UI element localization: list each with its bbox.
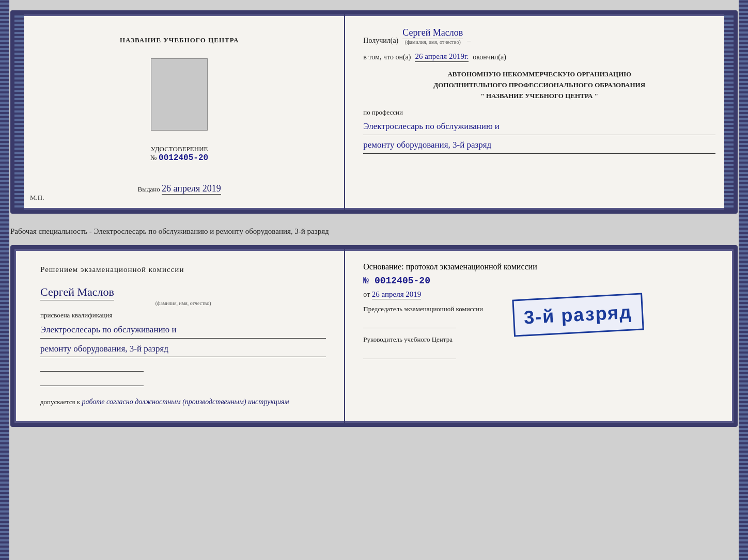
signature-line1 (40, 361, 144, 372)
profession-block: по профессии Электрослесарь по обслужива… (363, 108, 715, 153)
profession-text1: Электрослесарь по обслуживанию и (363, 119, 715, 135)
received-line: Получил(а) Сергей Маслов (фамилия, имя, … (363, 27, 715, 45)
issued-date: 26 апреля 2019 (162, 183, 221, 195)
org-quote1: " (480, 92, 484, 100)
signature-line2 (40, 376, 144, 386)
cert2-left-panel: Решением экзаменационной комиссии Сергей… (14, 249, 345, 423)
qualification-text2: ремонту оборудования, 3-й разряд (40, 341, 326, 358)
osnowanie-line: Основание: протокол экзаменационной коми… (363, 262, 715, 271)
cert2-title: Решением экзаменационной комиссии (40, 264, 326, 276)
completed-date: 26 апреля 2019г. (415, 52, 469, 62)
допуск-text-value: работе согласно должностным (производств… (82, 398, 289, 406)
date-prefix: от (363, 291, 370, 298)
received-label: Получил(а) (363, 37, 398, 45)
org-name-line: " НАЗВАНИЕ УЧЕБНОГО ЦЕНТРА " (363, 91, 715, 102)
date-completed-line: в том, что он(а) 26 апреля 2019г. окончи… (363, 52, 715, 62)
org-line1: АВТОНОМНУЮ НЕКОММЕРЧЕСКУЮ ОРГАНИЗАЦИЮ (363, 69, 715, 80)
page-wrapper: НАЗВАНИЕ УЧЕБНОГО ЦЕНТРА УДОСТОВЕРЕНИЕ №… (10, 10, 738, 427)
certificate-card-1: НАЗВАНИЕ УЧЕБНОГО ЦЕНТРА УДОСТОВЕРЕНИЕ №… (10, 10, 738, 214)
cert1-label: УДОСТОВЕРЕНИЕ (151, 145, 208, 153)
in-that-label: в том, что он(а) (363, 53, 411, 61)
cert1-number-block: УДОСТОВЕРЕНИЕ № 0012405-20 (150, 145, 208, 163)
допуск-block: допускается к работе согласно должностны… (40, 396, 326, 408)
fio-subtitle-1: (фамилия, имя, отчество) (405, 39, 461, 45)
assigned-label: присвоена квалификация (40, 311, 326, 319)
cert1-title: НАЗВАНИЕ УЧЕБНОГО ЦЕНТРА (120, 35, 239, 45)
name2-value: Сергей Маслов (40, 285, 114, 300)
org-line2: ДОПОЛНИТЕЛЬНОГО ПРОФЕССИОНАЛЬНОГО ОБРАЗО… (363, 80, 715, 91)
org-name: НАЗВАНИЕ УЧЕБНОГО ЦЕНТРА (486, 92, 593, 100)
cert1-right-panel: Получил(а) Сергей Маслов (фамилия, имя, … (345, 14, 734, 210)
photo-placeholder (151, 58, 208, 131)
profession-text2: ремонту оборудования, 3-й разряд (363, 137, 715, 154)
recipient-name: Сергей Маслов (402, 27, 463, 39)
cert1-number-value: 0012405-20 (159, 153, 208, 163)
cert2-number-block: № 0012405-20 (363, 276, 715, 286)
qualification-text1: Электрослесарь по обслуживанию и (40, 322, 326, 339)
cert1-number-prefix: № (150, 154, 157, 162)
profession-label: по профессии (363, 108, 715, 117)
cert1-left-panel: НАЗВАНИЕ УЧЕБНОГО ЦЕНТРА УДОСТОВЕРЕНИЕ №… (14, 14, 345, 210)
cert2-number-value: 0012405-20 (375, 276, 430, 286)
fio-block: Сергей Маслов (фамилия, имя, отчество) (402, 27, 463, 45)
mp-label: М.П. (30, 194, 44, 202)
cert2-number-prefix: № (363, 276, 369, 286)
допуск-label: допускается к (40, 398, 80, 406)
issued-label: Выдано (138, 185, 160, 193)
specialty-label: Рабочая специальность - Электрослесарь п… (10, 223, 738, 236)
cert1-issued-line: Выдано 26 апреля 2019 (138, 183, 221, 194)
chairman-sig-line (363, 318, 456, 328)
dash-1: – (467, 37, 471, 45)
cert2-right-panel: 3-й разряд Основание: протокол экзаменац… (345, 249, 734, 423)
rukov-sig-line (363, 349, 456, 359)
org-quote2: " (595, 92, 598, 100)
right-decorative-pattern (724, 14, 734, 210)
certificate-card-2: Решением экзаменационной комиссии Сергей… (10, 245, 738, 427)
rukov-label: Руководитель учебного Центра (363, 334, 715, 345)
fio-subtitle-2: (фамилия, имя, отчество) (40, 300, 326, 306)
date-of-line: от 26 апреля 2019 (363, 290, 715, 299)
date-value: 26 апреля 2019 (372, 290, 422, 299)
stamp: 3-й разряд (512, 293, 644, 337)
completed-label: окончил(а) (473, 53, 506, 61)
org-block: АВТОНОМНУЮ НЕКОММЕРЧЕСКУЮ ОРГАНИЗАЦИЮ ДО… (363, 69, 715, 101)
name2-block: Сергей Маслов (фамилия, имя, отчество) (40, 281, 326, 306)
